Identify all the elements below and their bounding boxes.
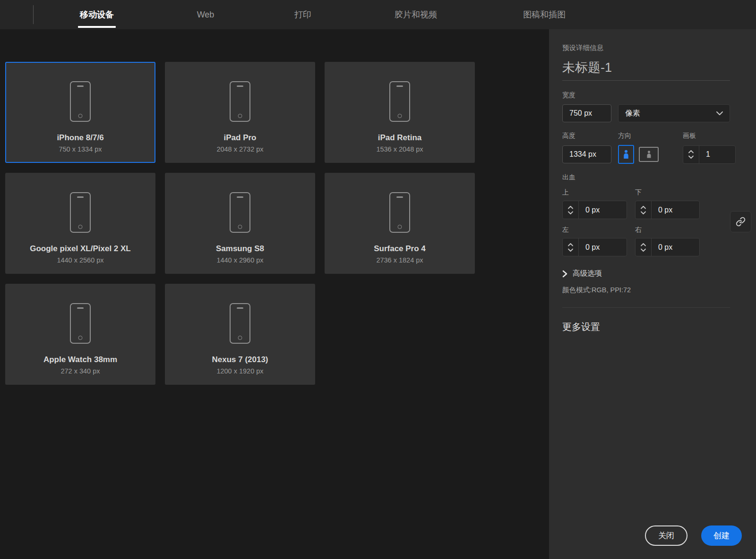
bleed-bottom-label: 下: [635, 188, 700, 197]
artboard-stepper-buttons[interactable]: [683, 146, 699, 163]
bleed-link-button[interactable]: [730, 211, 751, 232]
height-label: 高度: [562, 132, 618, 140]
preset-grid: iPhone 8/7/6 750 x 1334 px iPad Pro 2048…: [0, 29, 550, 559]
artboard-value: 1: [699, 146, 710, 163]
color-mode-summary: 颜色模式:RGB, PPI:72: [562, 286, 730, 295]
preset-size: 1440 x 2560 px: [57, 256, 103, 264]
stepper-up-icon: [640, 205, 646, 209]
tablet-icon: [389, 81, 410, 122]
bleed-top-label: 上: [562, 188, 627, 197]
preset-name: Nexus 7 (2013): [212, 355, 268, 364]
document-title-input[interactable]: [562, 60, 730, 81]
stepper-down-icon: [567, 211, 574, 215]
link-icon: [736, 217, 746, 227]
bleed-right-value: 0 px: [652, 238, 672, 256]
preset-card-apple-watch[interactable]: Apple Watch 38mm 272 x 340 px: [5, 284, 155, 385]
orientation-landscape-button[interactable]: [639, 147, 659, 162]
stepper-down-icon: [567, 248, 574, 252]
stepper-down-icon: [640, 248, 646, 252]
bleed-bottom-value: 0 px: [652, 201, 672, 219]
orientation-portrait-button[interactable]: [618, 145, 634, 164]
height-input[interactable]: 1334 px: [562, 145, 611, 163]
tablet-icon: [389, 192, 410, 233]
tab-label: 胶片和视频: [395, 9, 437, 20]
close-button[interactable]: 关闭: [645, 525, 687, 546]
selected-tab-underline: [78, 26, 116, 28]
tablet-icon: [230, 303, 250, 344]
bleed-top-value: 0 px: [579, 201, 600, 219]
preset-card-samsung-s8[interactable]: Samsung S8 1440 x 2960 px: [165, 173, 315, 274]
phone-icon: [70, 192, 91, 233]
phone-icon: [70, 81, 91, 122]
stepper-buttons[interactable]: [636, 201, 652, 219]
preset-size: 750 x 1334 px: [59, 145, 102, 153]
unit-value: 像素: [625, 109, 640, 119]
dialog-footer: 关闭 创建: [645, 525, 742, 546]
tab-film-video[interactable]: 胶片和视频: [393, 0, 439, 29]
bleed-left-stepper[interactable]: 0 px: [562, 238, 627, 256]
artboard-label: 画板: [683, 132, 696, 140]
phone-icon: [230, 192, 250, 233]
category-tabbar: 移动设备 Web 打印 胶片和视频 图稿和插图: [0, 0, 756, 29]
preset-size: 2048 x 2732 px: [216, 145, 263, 153]
preset-name: Samsung S8: [216, 244, 264, 254]
preset-card-iphone[interactable]: iPhone 8/7/6 750 x 1334 px: [5, 62, 155, 163]
portrait-person-icon: [622, 149, 630, 160]
stepper-down-icon: [688, 155, 694, 159]
stepper-up-icon: [688, 150, 694, 153]
stepper-buttons[interactable]: [636, 238, 652, 256]
create-button[interactable]: 创建: [701, 525, 742, 546]
more-settings-link[interactable]: 更多设置: [562, 321, 730, 333]
stepper-down-icon: [640, 211, 646, 215]
height-value: 1334 px: [569, 150, 596, 159]
advanced-options-label: 高级选项: [573, 269, 602, 279]
stepper-up-icon: [567, 205, 574, 209]
tab-art-illustration[interactable]: 图稿和插图: [521, 0, 567, 29]
stepper-buttons[interactable]: [563, 238, 579, 256]
chevron-right-icon: [562, 270, 567, 278]
chevron-down-icon: [716, 111, 723, 116]
stepper-buttons[interactable]: [563, 201, 579, 219]
preset-name: Google pixel XL/Pixel 2 XL: [30, 244, 131, 254]
tab-label: Web: [197, 10, 215, 20]
preset-size: 1200 x 1920 px: [216, 367, 263, 375]
landscape-person-icon: [645, 150, 653, 159]
tab-web[interactable]: Web: [195, 0, 216, 29]
watch-icon: [70, 303, 91, 344]
width-label: 宽度: [562, 91, 730, 100]
stepper-up-icon: [640, 243, 646, 246]
panel-title: 预设详细信息: [562, 43, 730, 52]
tab-label: 移动设备: [80, 9, 114, 20]
unit-select[interactable]: 像素: [618, 104, 730, 122]
preset-card-surface-pro-4[interactable]: Surface Pro 4 2736 x 1824 px: [325, 173, 475, 274]
advanced-options-toggle[interactable]: 高级选项: [562, 269, 730, 279]
bleed-right-label: 右: [635, 226, 700, 234]
preset-name: iPad Retina: [378, 133, 422, 143]
preset-card-ipad-retina[interactable]: iPad Retina 1536 x 2048 px: [325, 62, 475, 163]
preset-size: 272 x 340 px: [60, 367, 100, 375]
tab-print[interactable]: 打印: [292, 0, 313, 29]
new-document-dialog: 移动设备 Web 打印 胶片和视频 图稿和插图 iPhone 8/7/6 750…: [0, 0, 756, 559]
preset-name: iPhone 8/7/6: [57, 133, 103, 143]
preset-details-panel: 预设详细信息 宽度 750 px 像素 高度 方向 画板: [549, 29, 756, 559]
bleed-label: 出血: [562, 173, 730, 182]
bleed-right-stepper[interactable]: 0 px: [635, 238, 700, 256]
preset-size: 2736 x 1824 px: [376, 256, 423, 264]
tabbar-divider: [33, 5, 34, 24]
width-input[interactable]: 750 px: [562, 104, 611, 122]
bleed-bottom-stepper[interactable]: 0 px: [635, 201, 700, 219]
preset-card-pixel-xl[interactable]: Google pixel XL/Pixel 2 XL 1440 x 2560 p…: [5, 173, 155, 274]
width-value: 750 px: [569, 109, 592, 118]
panel-divider: [562, 307, 730, 308]
preset-size: 1440 x 2960 px: [216, 256, 263, 264]
tab-label: 图稿和插图: [523, 9, 566, 20]
tab-mobile[interactable]: 移动设备: [78, 0, 116, 29]
bleed-top-stepper[interactable]: 0 px: [562, 201, 627, 219]
bleed-left-value: 0 px: [579, 238, 600, 256]
preset-name: Apple Watch 38mm: [43, 355, 117, 364]
preset-name: Surface Pro 4: [374, 244, 426, 254]
artboard-stepper[interactable]: 1: [683, 145, 736, 164]
preset-card-ipad-pro[interactable]: iPad Pro 2048 x 2732 px: [165, 62, 315, 163]
tablet-icon: [230, 81, 250, 122]
preset-card-nexus-7[interactable]: Nexus 7 (2013) 1200 x 1920 px: [165, 284, 315, 385]
